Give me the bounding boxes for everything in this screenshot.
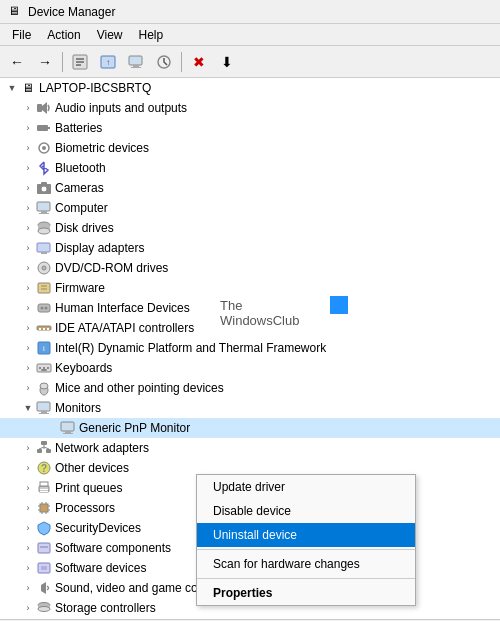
- monitors-expand-icon: ▼: [20, 400, 36, 416]
- cameras-expand-icon: ›: [20, 180, 36, 196]
- svg-rect-20: [41, 211, 47, 213]
- tree-item-network[interactable]: › Network adapters: [0, 438, 500, 458]
- ctx-update-driver[interactable]: Update driver: [197, 475, 415, 499]
- menu-action[interactable]: Action: [39, 26, 88, 44]
- title-bar: 🖥 Device Manager: [0, 0, 500, 24]
- svg-rect-18: [41, 182, 47, 185]
- svg-rect-64: [40, 489, 48, 490]
- tree-item-disk[interactable]: › Disk drives: [0, 218, 500, 238]
- svg-rect-51: [61, 422, 74, 431]
- tree-item-cameras[interactable]: › Cameras: [0, 178, 500, 198]
- security-expand-icon: ›: [20, 520, 36, 536]
- other-icon: ?: [36, 460, 52, 476]
- svg-rect-37: [43, 328, 45, 330]
- svg-rect-29: [38, 283, 50, 293]
- tree-item-bluetooth[interactable]: › Bluetooth: [0, 158, 500, 178]
- dvd-icon: [36, 260, 52, 276]
- tree-item-display[interactable]: › Display adapters: [0, 238, 500, 258]
- ctx-disable-device[interactable]: Disable device: [197, 499, 415, 523]
- delete-button[interactable]: ✖: [186, 49, 212, 75]
- svg-rect-6: [129, 56, 142, 65]
- title-bar-text: Device Manager: [28, 5, 115, 19]
- tree-item-monitors[interactable]: ▼ Monitors: [0, 398, 500, 418]
- svg-text:?: ?: [41, 463, 47, 474]
- context-menu: Update driver Disable device Uninstall d…: [196, 474, 416, 606]
- tree-item-generic-pnp[interactable]: Generic PnP Monitor: [0, 418, 500, 438]
- help-button[interactable]: ⬇: [214, 49, 240, 75]
- svg-rect-36: [39, 328, 41, 330]
- svg-point-24: [38, 228, 50, 234]
- menu-help[interactable]: Help: [131, 26, 172, 44]
- svg-point-15: [42, 146, 46, 150]
- sw-comp-icon: [36, 540, 52, 556]
- svg-marker-11: [42, 102, 47, 114]
- svg-rect-12: [37, 125, 48, 131]
- svg-rect-21: [39, 213, 49, 214]
- svg-point-47: [40, 383, 48, 389]
- network-label: Network adapters: [55, 441, 149, 455]
- svg-text:i: i: [43, 344, 45, 353]
- back-button[interactable]: ←: [4, 49, 30, 75]
- ctx-uninstall-device[interactable]: Uninstall device: [197, 523, 415, 547]
- tree-item-system[interactable]: › System devices: [0, 618, 500, 619]
- scan-button[interactable]: [151, 49, 177, 75]
- ctx-separator: [197, 549, 415, 550]
- root-expand-icon: ▼: [4, 80, 20, 96]
- tree-item-biometric[interactable]: › Biometric devices: [0, 138, 500, 158]
- display-icon: [36, 240, 52, 256]
- svg-rect-48: [37, 402, 50, 411]
- keyboards-label: Keyboards: [55, 361, 112, 375]
- monitors-icon: [36, 400, 52, 416]
- properties-button[interactable]: [67, 49, 93, 75]
- disk-expand-icon: ›: [20, 220, 36, 236]
- menu-file[interactable]: File: [4, 26, 39, 44]
- tree-item-firmware[interactable]: › Firmware: [0, 278, 500, 298]
- ctx-scan-hardware[interactable]: Scan for hardware changes: [197, 552, 415, 576]
- svg-rect-75: [38, 543, 50, 553]
- menu-view[interactable]: View: [89, 26, 131, 44]
- svg-point-28: [42, 266, 46, 270]
- ctx-properties[interactable]: Properties: [197, 581, 415, 605]
- mice-expand-icon: ›: [20, 380, 36, 396]
- svg-rect-44: [47, 367, 49, 369]
- sw-comp-expand-icon: ›: [20, 540, 36, 556]
- tree-item-dvd[interactable]: › DVD/CD-ROM drives: [0, 258, 500, 278]
- tree-item-hid[interactable]: › Human Interface Devices: [0, 298, 500, 318]
- tree-item-keyboards[interactable]: › Keyboards: [0, 358, 500, 378]
- other-label: Other devices: [55, 461, 129, 475]
- svg-rect-7: [133, 65, 139, 67]
- svg-point-34: [45, 307, 48, 310]
- svg-rect-42: [39, 367, 41, 369]
- audio-expand-icon: ›: [20, 100, 36, 116]
- network-icon: [36, 440, 52, 456]
- keyboards-expand-icon: ›: [20, 360, 36, 376]
- hid-icon: [36, 300, 52, 316]
- tree-root[interactable]: ▼ 🖥 LAPTOP-IBCSBRTQ: [0, 78, 500, 98]
- ctx-separator-2: [197, 578, 415, 579]
- svg-rect-25: [37, 243, 50, 252]
- dvd-expand-icon: ›: [20, 260, 36, 276]
- mice-icon: [36, 380, 52, 396]
- svg-rect-13: [48, 127, 50, 129]
- sw-dev-icon: [36, 560, 52, 576]
- hid-label: Human Interface Devices: [55, 301, 190, 315]
- batteries-icon: [36, 120, 52, 136]
- tree-item-audio[interactable]: › Audio inputs and outputs: [0, 98, 500, 118]
- ide-label: IDE ATA/ATAPI controllers: [55, 321, 194, 335]
- print-label: Print queues: [55, 481, 122, 495]
- tree-item-computer[interactable]: › Computer: [0, 198, 500, 218]
- svg-rect-56: [46, 449, 51, 453]
- tree-item-batteries[interactable]: › Batteries: [0, 118, 500, 138]
- batteries-label: Batteries: [55, 121, 102, 135]
- svg-rect-8: [131, 67, 141, 68]
- tree-item-ide[interactable]: › IDE ATA/ATAPI controllers: [0, 318, 500, 338]
- tree-item-mice[interactable]: › Mice and other pointing devices: [0, 378, 500, 398]
- monitor-button[interactable]: [123, 49, 149, 75]
- cameras-icon: [36, 180, 52, 196]
- forward-button[interactable]: →: [32, 49, 58, 75]
- tree-item-intel[interactable]: › i Intel(R) Dynamic Platform and Therma…: [0, 338, 500, 358]
- bluetooth-label: Bluetooth: [55, 161, 106, 175]
- update-driver-button[interactable]: ↑: [95, 49, 121, 75]
- svg-rect-65: [40, 491, 48, 492]
- storage-icon: [36, 600, 52, 616]
